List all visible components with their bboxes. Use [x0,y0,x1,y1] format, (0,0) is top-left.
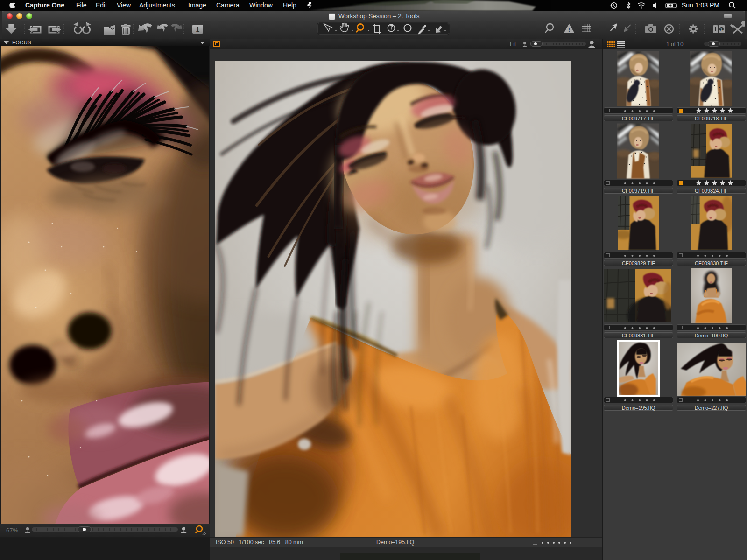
svg-text:1: 1 [720,27,723,32]
svg-text:1: 1 [196,26,200,33]
svg-text:!: ! [568,27,570,33]
